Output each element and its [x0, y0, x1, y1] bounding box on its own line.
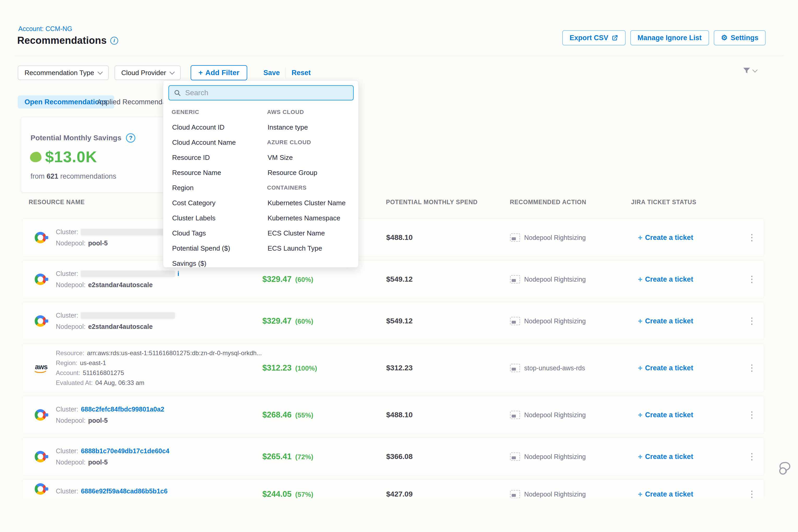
add-filter-button[interactable]: + Add Filter [191, 65, 247, 80]
recommendation-type-label: Recommendation Type [24, 69, 94, 77]
settings-button[interactable]: ⚙ Settings [714, 30, 766, 45]
table-row[interactable]: Cluster:688c2fefc84fbdc99801a0a2 Nodepoo… [22, 396, 764, 434]
section-aws-cloud: AWS CLOUD [267, 104, 353, 120]
filter-option-region[interactable]: Region [172, 180, 260, 195]
header-actions: Export CSV Manage Ignore List ⚙ Settings [562, 30, 766, 45]
table-row[interactable]: Cluster: Nodepool:pool-5 $488.10 Nodepoo… [22, 218, 764, 256]
create-ticket-label: Create a ticket [645, 453, 694, 461]
recommended-action-value: Nodepool Rightsizing [524, 317, 586, 325]
cloud-provider-filter[interactable]: Cloud Provider [114, 65, 181, 80]
account-label: Account: [56, 369, 80, 377]
recommended-action-value: Nodepool Rightsizing [524, 411, 586, 419]
nodepool-value: pool-5 [88, 417, 108, 424]
redacted-cluster-name [81, 229, 167, 235]
filter-option-savings[interactable]: Savings ($) [172, 256, 260, 271]
cluster-link[interactable]: 688c2fefc84fbdc99801a0a2 [81, 405, 164, 413]
savings-sub-suffix: recommendations [60, 172, 116, 180]
monthly-savings-value: $312.23 [262, 363, 291, 373]
savings-percent: (60%) [295, 317, 313, 325]
recommendation-icon [510, 317, 520, 325]
filter-option-kubernetes-cluster-name[interactable]: Kubernetes Cluster Name [267, 195, 353, 210]
filter-option-cloud-tags[interactable]: Cloud Tags [172, 226, 260, 241]
recommendations-table: Cluster: Nodepool:pool-5 $488.10 Nodepoo… [22, 218, 764, 498]
filter-option-resource-group[interactable]: Resource Group [267, 165, 353, 180]
potential-spend-value: $549.12 [386, 275, 413, 283]
recommended-action-value: Nodepool Rightsizing [524, 234, 586, 242]
filter-option-kubernetes-namespace[interactable]: Kubernetes Namespace [267, 210, 353, 226]
dropdown-search-input[interactable] [185, 89, 348, 97]
create-ticket-button[interactable]: +Create a ticket [638, 490, 693, 498]
reset-filter-button[interactable]: Reset [291, 69, 311, 77]
filter-option-cloud-account-id[interactable]: Cloud Account ID [172, 120, 260, 135]
column-resource-name: RESOURCE NAME [29, 199, 85, 206]
savings-percent: (72%) [295, 453, 313, 461]
cluster-label: Cluster: [56, 312, 78, 319]
savings-percent: (60%) [295, 276, 313, 284]
nodepool-label: Nodepool: [56, 281, 86, 289]
create-ticket-button[interactable]: +Create a ticket [638, 317, 693, 325]
row-menu-kebab-icon[interactable]: ⋮ [747, 276, 756, 283]
create-ticket-label: Create a ticket [645, 411, 694, 419]
filter-panel-toggle[interactable] [742, 66, 757, 75]
dropdown-cloud-column: AWS CLOUD Instance type AZURE CLOUD VM S… [267, 104, 353, 256]
help-icon[interactable]: ? [126, 133, 135, 142]
filter-option-resource-name[interactable]: Resource Name [172, 165, 260, 180]
recommendation-icon [510, 411, 520, 419]
table-row[interactable]: Cluster: Nodepool:e2standar4autoscale $3… [22, 302, 764, 340]
cluster-link[interactable]: 6888b1c70e49db17c1de60c4 [81, 447, 169, 455]
plus-icon: + [638, 452, 643, 461]
create-ticket-label: Create a ticket [645, 490, 694, 498]
cluster-label: Cluster: [56, 488, 78, 495]
gcp-icon [33, 232, 49, 243]
row-menu-kebab-icon[interactable]: ⋮ [747, 453, 756, 460]
recommendation-type-filter[interactable]: Recommendation Type [18, 65, 109, 80]
header-divider [14, 56, 784, 56]
create-ticket-button[interactable]: +Create a ticket [638, 411, 693, 419]
page-title: Recommendations [17, 35, 107, 46]
table-row[interactable]: aws Resource:arn:aws:rds:us-east-1:51161… [22, 344, 764, 392]
export-csv-label: Export CSV [570, 34, 608, 42]
filter-option-cost-category[interactable]: Cost Category [172, 195, 260, 210]
dropdown-search-box[interactable] [169, 85, 354, 100]
recommended-action-value: Nodepool Rightsizing [524, 491, 586, 498]
filter-option-ecs-launch-type[interactable]: ECS Launch Type [267, 241, 353, 256]
nodepool-value: pool-5 [88, 458, 108, 466]
info-icon[interactable]: i [110, 37, 118, 44]
create-ticket-label: Create a ticket [645, 276, 694, 283]
row-menu-kebab-icon[interactable]: ⋮ [747, 234, 756, 241]
manage-ignore-list-button[interactable]: Manage Ignore List [630, 30, 709, 45]
row-menu-kebab-icon[interactable]: ⋮ [747, 364, 756, 372]
create-ticket-button[interactable]: +Create a ticket [638, 363, 693, 373]
account-breadcrumb[interactable]: Account: CCM-NG [18, 25, 72, 33]
filter-option-cluster-labels[interactable]: Cluster Labels [172, 210, 260, 226]
recommendation-icon [510, 453, 520, 461]
row-menu-kebab-icon[interactable]: ⋮ [747, 317, 756, 324]
filter-option-cloud-account-name[interactable]: Cloud Account Name [172, 135, 260, 150]
table-row[interactable]: Cluster:6888b1c70e49db17c1de60c4 Nodepoo… [22, 438, 764, 476]
recommendation-icon [510, 490, 520, 498]
filter-option-resource-id[interactable]: Resource ID [172, 150, 260, 165]
filter-option-ecs-cluster-name[interactable]: ECS Cluster Name [267, 226, 353, 241]
export-csv-button[interactable]: Export CSV [562, 30, 626, 45]
create-ticket-button[interactable]: +Create a ticket [638, 233, 693, 242]
page-title-row: Recommendations i [17, 35, 118, 46]
monthly-savings-value: $329.47 [262, 274, 291, 284]
monthly-savings-value: $268.46 [262, 410, 291, 420]
table-row[interactable]: Cluster:i Nodepool:e2standar4autoscale $… [22, 260, 764, 298]
save-filter-button[interactable]: Save [263, 69, 280, 77]
create-ticket-button[interactable]: +Create a ticket [638, 452, 693, 461]
plus-icon: + [638, 411, 643, 419]
row-menu-kebab-icon[interactable]: ⋮ [747, 411, 756, 418]
cluster-link[interactable]: 6886e92f59a48cad86b5b1c6 [81, 488, 167, 495]
support-chat-icon[interactable] [778, 460, 794, 478]
nodepool-label: Nodepool: [56, 240, 86, 247]
row-menu-kebab-icon[interactable]: ⋮ [747, 491, 756, 498]
gear-icon: ⚙ [721, 34, 727, 41]
filter-option-instance-type[interactable]: Instance type [267, 120, 353, 135]
redacted-cluster-name [81, 312, 175, 319]
filter-option-potential-spend[interactable]: Potential Spend ($) [172, 241, 260, 256]
table-row[interactable]: Cluster:6886e92f59a48cad86b5b1c6 $244.05… [22, 479, 764, 498]
create-ticket-button[interactable]: +Create a ticket [638, 275, 693, 284]
filter-option-vm-size[interactable]: VM Size [267, 150, 353, 165]
nodepool-value: e2standar4autoscale [88, 323, 153, 330]
